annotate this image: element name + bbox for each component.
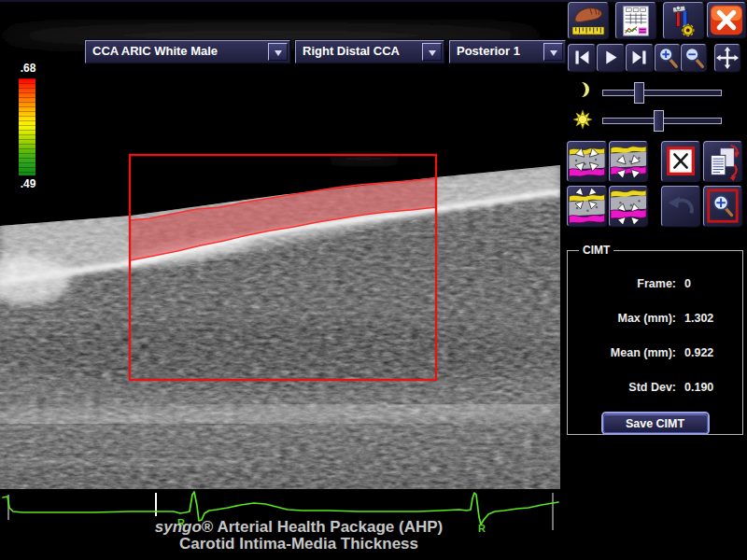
undo-icon	[662, 187, 699, 226]
last-frame-icon	[627, 45, 653, 71]
pan-button[interactable]	[714, 44, 740, 72]
edit-near-wall-icon	[568, 187, 606, 226]
tools-button[interactable]	[663, 2, 704, 39]
pan-icon	[715, 45, 740, 71]
sun-icon	[573, 110, 592, 129]
first-frame-icon	[569, 45, 595, 71]
detect-near-wall-button[interactable]	[567, 141, 607, 182]
frame-value: 0	[684, 277, 691, 290]
footer-line1: syngo® Arterial Health Package (AHP)	[0, 519, 598, 536]
cimt-panel-title: CIMT	[579, 244, 613, 257]
cimt-stddev-row: Std Dev: 0.190	[575, 370, 735, 404]
delete-measurement-button[interactable]	[661, 141, 700, 182]
cimt-panel: CIMT Frame: 0 Max (mm): 1.302 Mean (mm):…	[567, 244, 743, 435]
ultrasound-image	[0, 11, 560, 489]
zoom-roi-icon	[704, 187, 741, 226]
mean-value: 0.922	[684, 346, 713, 359]
chevron-down-icon[interactable]	[543, 43, 563, 61]
detect-near-wall-icon	[568, 142, 606, 181]
syngo-brand: syngo	[155, 518, 202, 536]
colorbar-min-label: .49	[12, 177, 44, 190]
stddev-value: 0.190	[684, 381, 713, 394]
zoom-out-button[interactable]	[681, 44, 707, 72]
play-button[interactable]	[597, 44, 625, 72]
moon-icon	[575, 81, 590, 98]
cimt-max-row: Max (mm): 1.302	[575, 301, 735, 335]
last-frame-button[interactable]	[626, 44, 654, 72]
zoom-out-icon	[682, 45, 706, 71]
detect-far-wall-icon	[610, 142, 647, 181]
zoom-in-button[interactable]	[655, 44, 681, 72]
close-button[interactable]	[707, 2, 746, 38]
imt-colorbar	[19, 78, 35, 175]
edit-far-wall-icon	[610, 187, 647, 226]
cimt-mean-row: Mean (mm): 0.922	[575, 335, 735, 370]
ahp-application-window: R R syngo® Arterial Health Package (AHP)…	[0, 0, 747, 560]
chevron-down-icon[interactable]	[268, 43, 288, 61]
copy-results-button[interactable]	[703, 141, 742, 182]
report-table-icon	[616, 3, 655, 38]
max-value: 1.302	[684, 312, 713, 325]
report-button[interactable]	[615, 2, 656, 39]
angle-dropdown[interactable]: Posterior 1	[449, 40, 566, 63]
cimt-frame-row: Frame: 0	[575, 266, 735, 301]
play-icon	[598, 45, 624, 71]
brightness-slider-thumb[interactable]	[654, 110, 664, 132]
detect-far-wall-button[interactable]	[609, 141, 648, 182]
chevron-down-icon[interactable]	[422, 43, 442, 61]
caliper-measure-icon	[569, 3, 608, 38]
caliper-measure-button[interactable]	[568, 2, 609, 39]
protocol-dropdown[interactable]: CCA ARIC White Male	[85, 40, 290, 63]
vessel-site-dropdown[interactable]: Right Distal CCA	[295, 40, 444, 63]
copy-results-icon	[704, 142, 741, 181]
zoom-in-icon	[655, 45, 680, 71]
colorbar-max-label: .68	[12, 62, 44, 75]
close-icon	[708, 3, 745, 37]
undo-button[interactable]	[661, 186, 700, 227]
contrast-slider-thumb[interactable]	[634, 82, 644, 104]
delete-measurement-icon	[662, 142, 699, 181]
tools-icon	[664, 3, 703, 38]
footer-branding: syngo® Arterial Health Package (AHP) Car…	[0, 519, 598, 553]
edit-near-wall-button[interactable]	[567, 186, 607, 227]
contrast-slider[interactable]	[602, 90, 722, 96]
footer-line2: Carotid Intima-Media Thickness	[0, 536, 598, 553]
zoom-roi-button[interactable]	[703, 186, 742, 227]
first-frame-button[interactable]	[568, 44, 596, 72]
save-cimt-button[interactable]: Save CIMT	[603, 413, 708, 433]
edit-far-wall-button[interactable]	[609, 186, 648, 227]
